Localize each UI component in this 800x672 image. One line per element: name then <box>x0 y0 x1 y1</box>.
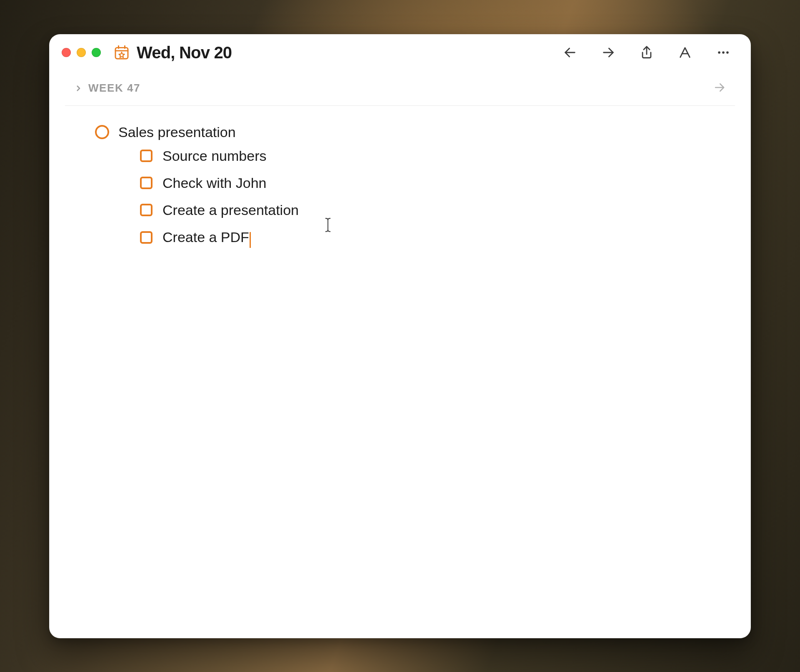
arrow-left-icon <box>563 45 577 60</box>
title-group: Wed, Nov 20 <box>113 43 553 62</box>
checkbox-icon[interactable] <box>140 177 152 189</box>
window-controls <box>62 48 101 57</box>
minimize-window-button[interactable] <box>77 48 86 57</box>
svg-point-7 <box>718 51 720 54</box>
more-icon <box>716 45 730 60</box>
subtask-text-value: Create a PDF <box>162 229 249 245</box>
checkbox-icon[interactable] <box>140 204 152 216</box>
subtask-item[interactable]: Create a presentation <box>140 202 718 218</box>
svg-point-9 <box>726 51 729 54</box>
page-title: Wed, Nov 20 <box>137 43 232 62</box>
task-item[interactable]: Sales presentation <box>95 124 718 140</box>
subtask-text[interactable]: Create a presentation <box>162 202 299 218</box>
close-window-button[interactable] <box>62 48 71 57</box>
text-caret <box>250 232 251 248</box>
subtask-list: Source numbers Check with John Create a … <box>140 148 718 246</box>
checkbox-icon[interactable] <box>140 231 152 244</box>
checkbox-icon[interactable] <box>140 150 152 162</box>
next-week-button[interactable] <box>713 81 726 95</box>
week-toggle[interactable]: WEEK 47 <box>74 82 140 95</box>
toolbar <box>562 44 736 61</box>
font-icon <box>678 45 692 60</box>
arrow-right-icon <box>601 45 615 60</box>
note-content[interactable]: Sales presentation Source numbers Check … <box>49 106 751 638</box>
subtask-text[interactable]: Source numbers <box>162 148 266 164</box>
subtask-text[interactable]: Create a PDF <box>162 229 251 246</box>
titlebar: Wed, Nov 20 <box>49 34 751 70</box>
svg-point-8 <box>722 51 725 54</box>
week-row: WEEK 47 <box>49 70 751 105</box>
subtask-item[interactable]: Source numbers <box>140 148 718 164</box>
task-circle-icon[interactable] <box>95 125 109 139</box>
nav-forward-button[interactable] <box>600 44 617 61</box>
chevron-right-icon <box>74 84 82 92</box>
task-text[interactable]: Sales presentation <box>118 124 236 140</box>
calendar-star-icon <box>113 44 130 61</box>
nav-back-button[interactable] <box>562 44 578 61</box>
week-label: WEEK 47 <box>88 82 140 95</box>
arrow-right-icon <box>713 81 726 94</box>
more-button[interactable] <box>715 44 732 61</box>
share-button[interactable] <box>638 44 655 61</box>
share-icon <box>640 45 654 60</box>
fullscreen-window-button[interactable] <box>92 48 101 57</box>
font-style-button[interactable] <box>677 44 693 61</box>
subtask-item[interactable]: Create a PDF <box>140 229 718 246</box>
app-window: Wed, Nov 20 <box>49 34 751 638</box>
subtask-text[interactable]: Check with John <box>162 175 266 191</box>
subtask-item[interactable]: Check with John <box>140 175 718 191</box>
